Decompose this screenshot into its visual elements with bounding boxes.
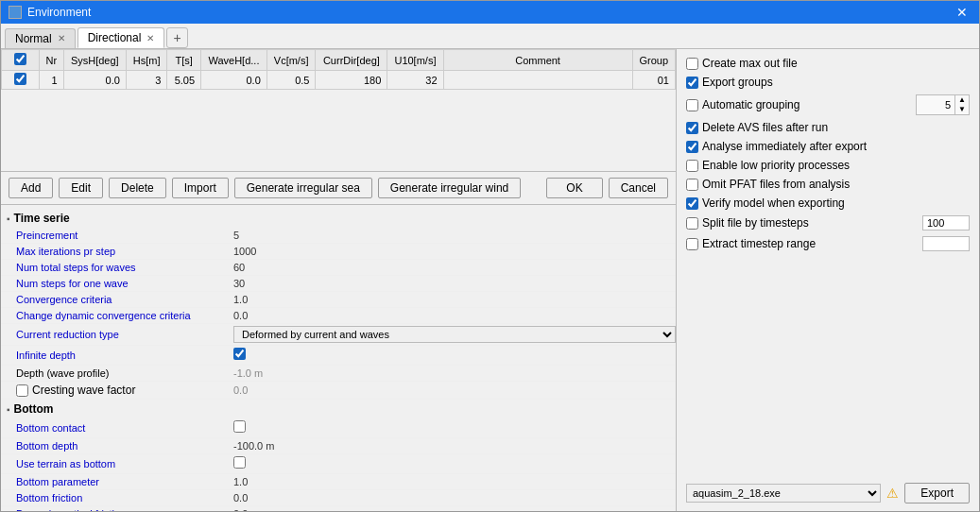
- cresting-checkbox[interactable]: [16, 384, 28, 397]
- time-serie-label: Time serie: [14, 212, 70, 225]
- tab-directional-close[interactable]: ✕: [146, 33, 154, 43]
- preincrement-label: Preincrement: [16, 230, 233, 241]
- extract-value-input[interactable]: [922, 236, 970, 251]
- param-infinite-depth: Infinite depth: [1, 346, 676, 366]
- collapse-icon: ▪: [7, 213, 10, 224]
- current-reduction-select[interactable]: Deformed by current and waves: [234, 327, 675, 342]
- row-checkbox[interactable]: [14, 73, 26, 85]
- generate-sea-button[interactable]: Generate irregular sea: [234, 178, 372, 198]
- tab-normal[interactable]: Normal ✕: [5, 28, 76, 48]
- generate-wind-button[interactable]: Generate irregular wind: [378, 178, 521, 198]
- window-close-button[interactable]: ✕: [953, 5, 971, 20]
- auto-grouping-row: Automatic grouping ▲ ▼: [686, 94, 970, 115]
- param-bottom-depth: Bottom depth -100.0 m: [1, 438, 676, 454]
- param-bottom-contact: Bottom contact: [1, 418, 676, 438]
- verify-model-checkbox[interactable]: [686, 197, 698, 210]
- export-groups-checkbox[interactable]: [686, 77, 698, 89]
- extract-timestep-label[interactable]: Extract timestep range: [686, 237, 816, 250]
- depth-value: -1.0 m: [233, 367, 676, 379]
- bottom-depth-label: Bottom depth: [16, 440, 233, 452]
- col-header-group: Group: [632, 50, 675, 71]
- auto-grouping-spinner: ▲ ▼: [916, 94, 970, 115]
- row-hs: 3: [126, 71, 166, 90]
- infinite-depth-checkbox[interactable]: [233, 348, 246, 360]
- spinner-down[interactable]: ▼: [955, 105, 969, 114]
- depth-label: Depth (wave profile): [16, 367, 233, 379]
- tab-directional-label: Directional: [88, 31, 142, 44]
- bottom-contact-checkbox[interactable]: [233, 420, 246, 433]
- right-panel: Create max out file Export groups Automa…: [677, 49, 979, 511]
- steps-wave-label: Num steps for one wave: [16, 278, 233, 289]
- param-bottom-friction: Bottom friction 0.0: [1, 490, 676, 506]
- use-terrain-checkbox[interactable]: [233, 456, 246, 469]
- delete-button[interactable]: Delete: [109, 178, 166, 198]
- edit-button[interactable]: Edit: [59, 178, 103, 198]
- dyn-vert-value: 0.0: [233, 508, 676, 511]
- current-reduction-value: Deformed by current and waves: [233, 326, 676, 343]
- bottom-header[interactable]: ▪ Bottom: [1, 400, 676, 418]
- row-nr: 1: [40, 71, 64, 90]
- col-header-check: [2, 50, 40, 71]
- verify-model-label[interactable]: Verify model when exporting: [686, 196, 845, 210]
- table-row: 1 0.0 3 5.05 0.0 0.5 180 32 01: [2, 71, 676, 90]
- bottom-friction-label: Bottom friction: [16, 492, 233, 503]
- convergence-value: 1.0: [233, 294, 676, 305]
- time-serie-header[interactable]: ▪ Time serie: [1, 209, 676, 228]
- infinite-depth-label: Infinite depth: [16, 350, 233, 361]
- param-convergence: Convergence criteria 1.0: [1, 292, 676, 308]
- bottom-label: Bottom: [14, 402, 54, 416]
- add-tab-button[interactable]: +: [166, 27, 187, 48]
- extract-timestep-checkbox[interactable]: [686, 238, 698, 250]
- add-button[interactable]: Add: [9, 178, 53, 198]
- verify-model-row: Verify model when exporting: [686, 196, 970, 210]
- row-checkbox-cell: [2, 71, 40, 90]
- app-icon: [9, 6, 22, 19]
- import-button[interactable]: Import: [172, 178, 229, 198]
- exe-select[interactable]: aquasim_2_18.exe: [686, 484, 881, 503]
- create-max-out-checkbox[interactable]: [686, 58, 698, 70]
- analyse-immediately-row: Analyse immediately after export: [686, 140, 970, 153]
- split-value-input[interactable]: [922, 215, 970, 230]
- param-steps-wave: Num steps for one wave 30: [1, 276, 676, 292]
- delete-avs-label[interactable]: Delete AVS files after run: [686, 121, 828, 134]
- row-currdir: 180: [316, 71, 387, 90]
- delete-avs-checkbox[interactable]: [686, 122, 698, 134]
- infinite-depth-value: [233, 348, 676, 363]
- current-reduction-label: Current reduction type: [16, 329, 233, 340]
- split-file-checkbox[interactable]: [686, 217, 698, 230]
- row-group: 01: [632, 71, 675, 90]
- omit-pfat-checkbox[interactable]: [686, 179, 698, 191]
- dyn-conv-value: 0.0: [233, 310, 676, 321]
- bottom-param-value: 1.0: [233, 476, 676, 487]
- row-sysh: 0.0: [63, 71, 126, 90]
- auto-grouping-checkbox[interactable]: [686, 99, 698, 111]
- title-bar: Environment ✕: [1, 1, 979, 24]
- cancel-button[interactable]: Cancel: [609, 178, 668, 198]
- left-panel: Nr SysH[deg] Hs[m] T[s] WaveH[d... Vc[m/…: [1, 49, 677, 511]
- export-row: aquasim_2_18.exe ⚠ Export: [686, 483, 970, 503]
- create-max-out-label[interactable]: Create max out file: [686, 57, 798, 70]
- split-file-label[interactable]: Split file by timesteps: [686, 216, 809, 230]
- export-groups-label[interactable]: Export groups: [686, 76, 773, 89]
- col-header-hs: Hs[m]: [126, 50, 166, 71]
- spinner-up[interactable]: ▲: [955, 95, 969, 105]
- analyse-immediately-checkbox[interactable]: [686, 141, 698, 153]
- param-use-terrain: Use terrain as bottom: [1, 454, 676, 474]
- auto-grouping-input[interactable]: [917, 98, 954, 111]
- auto-grouping-label[interactable]: Automatic grouping: [686, 98, 799, 111]
- analyse-immediately-label[interactable]: Analyse immediately after export: [686, 140, 867, 153]
- warning-icon: ⚠: [886, 486, 899, 501]
- row-ts: 5.05: [167, 71, 201, 90]
- enable-low-priority-label[interactable]: Enable low priority processes: [686, 159, 850, 172]
- param-cresting: Cresting wave factor 0.0: [1, 382, 676, 400]
- delete-avs-row: Delete AVS files after run: [686, 121, 970, 134]
- tab-directional[interactable]: Directional ✕: [77, 27, 165, 48]
- tab-normal-close[interactable]: ✕: [58, 33, 65, 43]
- select-all-checkbox[interactable]: [14, 53, 26, 65]
- omit-pfat-label[interactable]: Omit PFAT files from analysis: [686, 178, 850, 191]
- data-table: Nr SysH[deg] Hs[m] T[s] WaveH[d... Vc[m/…: [1, 49, 676, 90]
- enable-low-priority-checkbox[interactable]: [686, 160, 698, 172]
- export-button[interactable]: Export: [904, 483, 970, 503]
- col-header-comment: Comment: [443, 50, 632, 71]
- ok-button[interactable]: OK: [546, 178, 602, 198]
